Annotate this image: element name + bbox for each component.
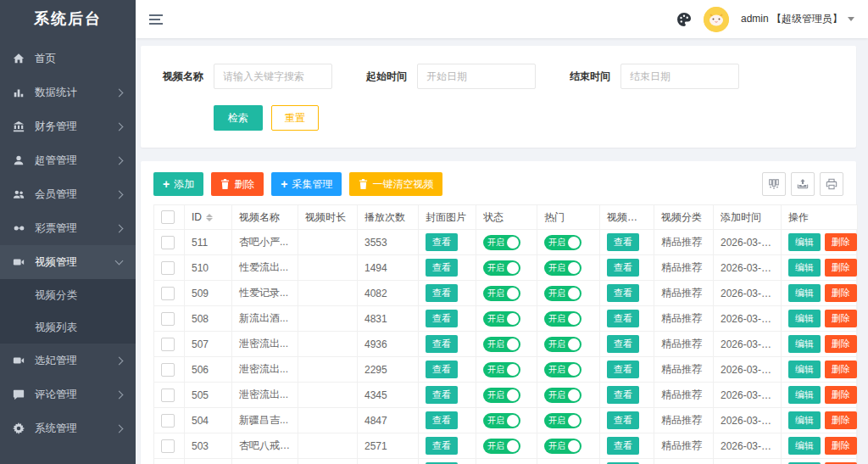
sidebar-subitem[interactable]: 视频分类	[0, 279, 136, 311]
edit-button[interactable]: 编辑	[788, 411, 821, 429]
status-toggle[interactable]: 开启	[483, 235, 520, 250]
view-cover-button[interactable]: 查看	[426, 411, 458, 429]
theme-palette-icon[interactable]	[676, 12, 692, 27]
edit-button[interactable]: 编辑	[788, 335, 821, 353]
hot-toggle[interactable]: 开启	[544, 235, 581, 250]
hot-toggle[interactable]: 开启	[544, 439, 581, 454]
view-link-button[interactable]: 查看	[607, 335, 639, 353]
print-icon[interactable]	[820, 172, 843, 196]
view-cover-button[interactable]: 查看	[426, 310, 458, 327]
sidebar-item[interactable]: 选妃管理	[0, 344, 136, 377]
row-checkbox[interactable]	[161, 338, 175, 351]
admin-dropdown[interactable]: admin 【超级管理员】	[741, 12, 854, 26]
view-link-button[interactable]: 查看	[607, 411, 639, 429]
row-delete-button[interactable]: 删除	[825, 437, 857, 455]
edit-button[interactable]: 编辑	[788, 310, 821, 327]
edit-button[interactable]: 编辑	[788, 284, 821, 302]
sidebar-item[interactable]: 会员管理	[0, 177, 136, 211]
row-checkbox[interactable]	[161, 236, 175, 249]
view-link-button[interactable]: 查看	[607, 284, 639, 302]
search-button[interactable]: 检索	[214, 105, 263, 131]
status-toggle[interactable]: 开启	[483, 311, 520, 327]
view-link-button[interactable]: 查看	[607, 310, 639, 327]
view-cover-button[interactable]: 查看	[426, 259, 458, 277]
row-delete-button[interactable]: 删除	[825, 361, 857, 378]
row-delete-button[interactable]: 删除	[825, 233, 857, 251]
row-delete-button[interactable]: 删除	[825, 284, 857, 302]
table-row: 506泄密流出...2295查看开启开启查看精品推荐2026-03-0...编辑…	[154, 357, 858, 383]
status-toggle[interactable]: 开启	[483, 362, 520, 377]
hot-toggle[interactable]: 开启	[544, 260, 581, 276]
sidebar-item[interactable]: 超管管理	[0, 143, 136, 177]
collect-manage-button[interactable]: +采集管理	[271, 172, 342, 196]
filter-columns-icon[interactable]	[762, 172, 786, 196]
sidebar-item[interactable]: 首页	[0, 42, 136, 75]
edit-button[interactable]: 编辑	[788, 361, 821, 378]
status-toggle[interactable]: 开启	[483, 439, 520, 454]
edit-button[interactable]: 编辑	[788, 259, 821, 277]
row-checkbox[interactable]	[161, 389, 175, 402]
reset-button[interactable]: 重置	[271, 105, 319, 131]
table-row: 502性爱流出...1668查看开启开启查看精品推荐2026-03-0...编辑…	[154, 459, 858, 464]
hot-toggle[interactable]: 开启	[544, 362, 581, 377]
start-date-input[interactable]	[417, 64, 536, 89]
sort-icon[interactable]	[206, 214, 213, 221]
select-all-checkbox[interactable]	[161, 210, 175, 224]
menu-toggle-icon[interactable]	[149, 14, 163, 25]
clear-all-videos-button[interactable]: 一键清空视频	[349, 172, 442, 196]
edit-button[interactable]: 编辑	[788, 437, 821, 455]
toggle-knob	[507, 288, 519, 299]
view-cover-button[interactable]: 查看	[426, 284, 458, 302]
status-toggle[interactable]: 开启	[483, 388, 520, 403]
view-link-button[interactable]: 查看	[607, 259, 639, 277]
toggle-knob	[568, 415, 580, 427]
table-tools	[762, 172, 843, 196]
sidebar-item[interactable]: 财务管理	[0, 109, 136, 143]
sidebar-item[interactable]: 视频管理	[0, 245, 136, 279]
sidebar-item[interactable]: 系统管理	[0, 411, 136, 445]
user-icon	[12, 154, 25, 167]
hot-toggle[interactable]: 开启	[544, 286, 581, 301]
edit-button[interactable]: 编辑	[788, 233, 821, 251]
add-button[interactable]: +添加	[153, 172, 203, 196]
row-checkbox[interactable]	[161, 287, 175, 300]
view-link-button[interactable]: 查看	[607, 386, 639, 404]
sidebar-item[interactable]: 评论管理	[0, 377, 136, 411]
video-name-input[interactable]	[214, 64, 332, 89]
sidebar-subitem[interactable]: 视频列表	[0, 311, 136, 344]
view-cover-button[interactable]: 查看	[426, 361, 458, 378]
row-checkbox[interactable]	[161, 363, 175, 377]
cell-select	[154, 230, 185, 255]
view-cover-button[interactable]: 查看	[426, 335, 458, 353]
status-toggle[interactable]: 开启	[483, 337, 520, 352]
sidebar-item[interactable]: 彩票管理	[0, 211, 136, 245]
row-delete-button[interactable]: 删除	[825, 335, 857, 353]
view-cover-button[interactable]: 查看	[426, 437, 458, 455]
view-link-button[interactable]: 查看	[607, 233, 639, 251]
status-toggle[interactable]: 开启	[483, 286, 520, 301]
edit-button[interactable]: 编辑	[788, 386, 821, 404]
row-checkbox[interactable]	[161, 414, 175, 428]
view-link-button[interactable]: 查看	[607, 437, 639, 455]
end-date-input[interactable]	[620, 64, 739, 89]
hot-toggle[interactable]: 开启	[544, 337, 581, 352]
view-link-button[interactable]: 查看	[607, 361, 639, 378]
export-icon[interactable]	[791, 172, 815, 196]
hot-toggle[interactable]: 开启	[544, 311, 581, 327]
view-cover-button[interactable]: 查看	[426, 233, 458, 251]
status-toggle[interactable]: 开启	[483, 413, 520, 428]
row-delete-button[interactable]: 删除	[825, 310, 857, 327]
hot-toggle[interactable]: 开启	[544, 413, 581, 428]
view-cover-button[interactable]: 查看	[426, 386, 458, 404]
row-delete-button[interactable]: 删除	[825, 411, 857, 429]
hot-toggle[interactable]: 开启	[544, 388, 581, 403]
row-checkbox[interactable]	[161, 261, 175, 275]
row-delete-button[interactable]: 删除	[825, 386, 857, 404]
row-delete-button[interactable]: 删除	[825, 259, 857, 277]
row-checkbox[interactable]	[161, 312, 175, 326]
sidebar-item[interactable]: 数据统计	[0, 75, 136, 109]
status-toggle[interactable]: 开启	[483, 260, 520, 276]
row-checkbox[interactable]	[161, 439, 175, 453]
avatar[interactable]	[704, 7, 729, 32]
delete-button[interactable]: 删除	[211, 172, 264, 196]
